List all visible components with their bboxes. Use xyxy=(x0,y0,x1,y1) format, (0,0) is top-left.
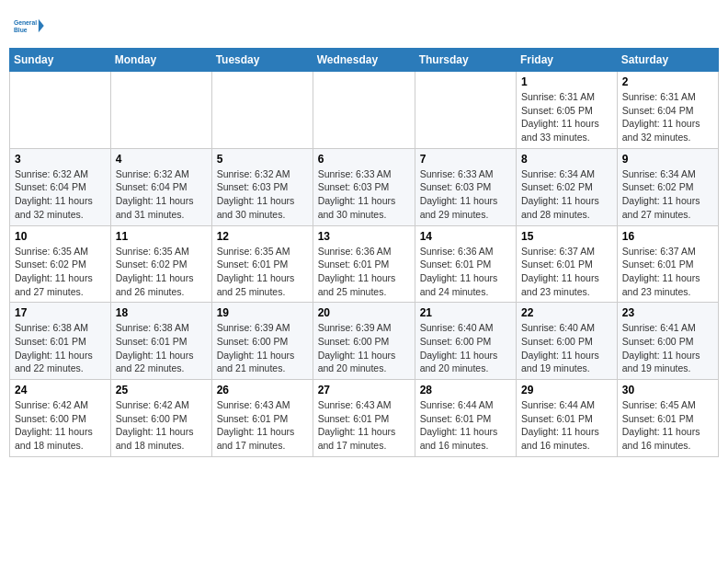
day-number: 18 xyxy=(116,306,207,319)
day-info: Sunrise: 6:32 AMSunset: 6:04 PMDaylight:… xyxy=(116,167,207,222)
day-number: 7 xyxy=(420,153,511,166)
day-number: 10 xyxy=(15,230,106,243)
day-number: 5 xyxy=(217,153,308,166)
calendar-cell: 26Sunrise: 6:43 AMSunset: 6:01 PMDayligh… xyxy=(211,380,313,457)
day-info: Sunrise: 6:40 AMSunset: 6:00 PMDaylight:… xyxy=(521,321,612,375)
day-number: 16 xyxy=(622,230,713,243)
day-info: Sunrise: 6:36 AMSunset: 6:01 PMDaylight:… xyxy=(420,245,511,299)
col-header-friday: Friday xyxy=(517,49,618,72)
calendar-cell xyxy=(110,72,211,149)
day-info: Sunrise: 6:38 AMSunset: 6:01 PMDaylight:… xyxy=(15,321,106,375)
day-number: 8 xyxy=(521,153,612,166)
calendar-cell xyxy=(10,72,111,149)
day-number: 29 xyxy=(521,384,612,396)
calendar-cell xyxy=(211,72,313,149)
day-number: 23 xyxy=(622,306,713,319)
svg-text:General: General xyxy=(14,19,37,26)
day-info: Sunrise: 6:34 AMSunset: 6:02 PMDaylight:… xyxy=(622,167,713,222)
calendar-cell xyxy=(415,72,516,149)
calendar-cell xyxy=(313,72,415,149)
day-info: Sunrise: 6:39 AMSunset: 6:00 PMDaylight:… xyxy=(318,321,410,375)
day-number: 13 xyxy=(318,230,410,243)
day-number: 15 xyxy=(521,230,612,243)
calendar-cell: 10Sunrise: 6:35 AMSunset: 6:02 PMDayligh… xyxy=(10,225,111,303)
day-info: Sunrise: 6:37 AMSunset: 6:01 PMDaylight:… xyxy=(622,245,713,299)
calendar-cell: 27Sunrise: 6:43 AMSunset: 6:01 PMDayligh… xyxy=(313,380,415,457)
calendar-cell: 6Sunrise: 6:33 AMSunset: 6:03 PMDaylight… xyxy=(313,148,415,225)
calendar-cell: 21Sunrise: 6:40 AMSunset: 6:00 PMDayligh… xyxy=(415,303,516,380)
calendar-cell: 15Sunrise: 6:37 AMSunset: 6:01 PMDayligh… xyxy=(517,225,618,303)
calendar-cell: 9Sunrise: 6:34 AMSunset: 6:02 PMDaylight… xyxy=(617,148,718,225)
day-info: Sunrise: 6:32 AMSunset: 6:03 PMDaylight:… xyxy=(217,167,308,222)
day-info: Sunrise: 6:35 AMSunset: 6:02 PMDaylight:… xyxy=(15,245,106,299)
calendar-cell: 18Sunrise: 6:38 AMSunset: 6:01 PMDayligh… xyxy=(110,303,211,380)
calendar-week-row: 1Sunrise: 6:31 AMSunset: 6:05 PMDaylight… xyxy=(10,72,719,149)
day-info: Sunrise: 6:34 AMSunset: 6:02 PMDaylight:… xyxy=(521,167,612,222)
day-number: 14 xyxy=(420,230,511,243)
day-number: 21 xyxy=(420,306,511,319)
day-number: 3 xyxy=(15,153,106,166)
day-info: Sunrise: 6:44 AMSunset: 6:01 PMDaylight:… xyxy=(521,398,612,453)
calendar-week-row: 17Sunrise: 6:38 AMSunset: 6:01 PMDayligh… xyxy=(10,303,719,380)
col-header-sunday: Sunday xyxy=(10,49,111,72)
calendar-cell: 11Sunrise: 6:35 AMSunset: 6:02 PMDayligh… xyxy=(110,225,211,303)
day-number: 12 xyxy=(217,230,308,243)
day-info: Sunrise: 6:42 AMSunset: 6:00 PMDaylight:… xyxy=(15,398,106,453)
calendar-cell: 20Sunrise: 6:39 AMSunset: 6:00 PMDayligh… xyxy=(313,303,415,380)
day-info: Sunrise: 6:40 AMSunset: 6:00 PMDaylight:… xyxy=(420,321,511,375)
logo: GeneralBlue xyxy=(13,9,46,42)
calendar-cell: 24Sunrise: 6:42 AMSunset: 6:00 PMDayligh… xyxy=(10,380,111,457)
day-info: Sunrise: 6:37 AMSunset: 6:01 PMDaylight:… xyxy=(521,245,612,299)
calendar-cell: 30Sunrise: 6:45 AMSunset: 6:01 PMDayligh… xyxy=(617,380,718,457)
day-number: 30 xyxy=(622,384,713,396)
day-info: Sunrise: 6:42 AMSunset: 6:00 PMDaylight:… xyxy=(116,398,207,453)
calendar-cell: 23Sunrise: 6:41 AMSunset: 6:00 PMDayligh… xyxy=(617,303,718,380)
calendar-header-row: SundayMondayTuesdayWednesdayThursdayFrid… xyxy=(10,49,719,72)
calendar-cell: 12Sunrise: 6:35 AMSunset: 6:01 PMDayligh… xyxy=(211,225,313,303)
day-info: Sunrise: 6:31 AMSunset: 6:04 PMDaylight:… xyxy=(622,90,713,144)
calendar-week-row: 10Sunrise: 6:35 AMSunset: 6:02 PMDayligh… xyxy=(10,225,719,303)
day-info: Sunrise: 6:35 AMSunset: 6:02 PMDaylight:… xyxy=(116,245,207,299)
day-number: 2 xyxy=(622,75,713,88)
day-info: Sunrise: 6:43 AMSunset: 6:01 PMDaylight:… xyxy=(217,398,308,453)
calendar-cell: 17Sunrise: 6:38 AMSunset: 6:01 PMDayligh… xyxy=(10,303,111,380)
calendar-cell: 1Sunrise: 6:31 AMSunset: 6:05 PMDaylight… xyxy=(517,72,618,149)
calendar-cell: 13Sunrise: 6:36 AMSunset: 6:01 PMDayligh… xyxy=(313,225,415,303)
day-number: 20 xyxy=(318,306,410,319)
day-info: Sunrise: 6:35 AMSunset: 6:01 PMDaylight:… xyxy=(217,245,308,299)
day-info: Sunrise: 6:45 AMSunset: 6:01 PMDaylight:… xyxy=(622,398,713,453)
calendar-cell: 14Sunrise: 6:36 AMSunset: 6:01 PMDayligh… xyxy=(415,225,516,303)
day-info: Sunrise: 6:36 AMSunset: 6:01 PMDaylight:… xyxy=(318,245,410,299)
day-info: Sunrise: 6:41 AMSunset: 6:00 PMDaylight:… xyxy=(622,321,713,375)
svg-text:Blue: Blue xyxy=(14,27,28,33)
day-info: Sunrise: 6:39 AMSunset: 6:00 PMDaylight:… xyxy=(217,321,308,375)
col-header-wednesday: Wednesday xyxy=(313,49,415,72)
col-header-saturday: Saturday xyxy=(617,49,718,72)
calendar-cell: 2Sunrise: 6:31 AMSunset: 6:04 PMDaylight… xyxy=(617,72,718,149)
day-number: 22 xyxy=(521,306,612,319)
calendar-cell: 29Sunrise: 6:44 AMSunset: 6:01 PMDayligh… xyxy=(517,380,618,457)
calendar-cell: 3Sunrise: 6:32 AMSunset: 6:04 PMDaylight… xyxy=(10,148,111,225)
day-number: 25 xyxy=(116,384,207,396)
day-info: Sunrise: 6:44 AMSunset: 6:01 PMDaylight:… xyxy=(420,398,511,453)
calendar-cell: 19Sunrise: 6:39 AMSunset: 6:00 PMDayligh… xyxy=(211,303,313,380)
calendar-cell: 28Sunrise: 6:44 AMSunset: 6:01 PMDayligh… xyxy=(415,380,516,457)
day-info: Sunrise: 6:43 AMSunset: 6:01 PMDaylight:… xyxy=(318,398,410,453)
day-number: 26 xyxy=(217,384,308,396)
day-info: Sunrise: 6:33 AMSunset: 6:03 PMDaylight:… xyxy=(420,167,511,222)
calendar-cell: 22Sunrise: 6:40 AMSunset: 6:00 PMDayligh… xyxy=(517,303,618,380)
svg-marker-2 xyxy=(39,19,44,32)
day-number: 28 xyxy=(420,384,511,396)
col-header-thursday: Thursday xyxy=(415,49,516,72)
calendar-cell: 16Sunrise: 6:37 AMSunset: 6:01 PMDayligh… xyxy=(617,225,718,303)
logo-icon: GeneralBlue xyxy=(13,9,46,42)
calendar-cell: 4Sunrise: 6:32 AMSunset: 6:04 PMDaylight… xyxy=(110,148,211,225)
calendar-cell: 5Sunrise: 6:32 AMSunset: 6:03 PMDaylight… xyxy=(211,148,313,225)
day-number: 6 xyxy=(318,153,410,166)
day-number: 19 xyxy=(217,306,308,319)
day-number: 9 xyxy=(622,153,713,166)
col-header-tuesday: Tuesday xyxy=(211,49,313,72)
day-number: 24 xyxy=(15,384,106,396)
day-number: 4 xyxy=(116,153,207,166)
day-number: 17 xyxy=(15,306,106,319)
